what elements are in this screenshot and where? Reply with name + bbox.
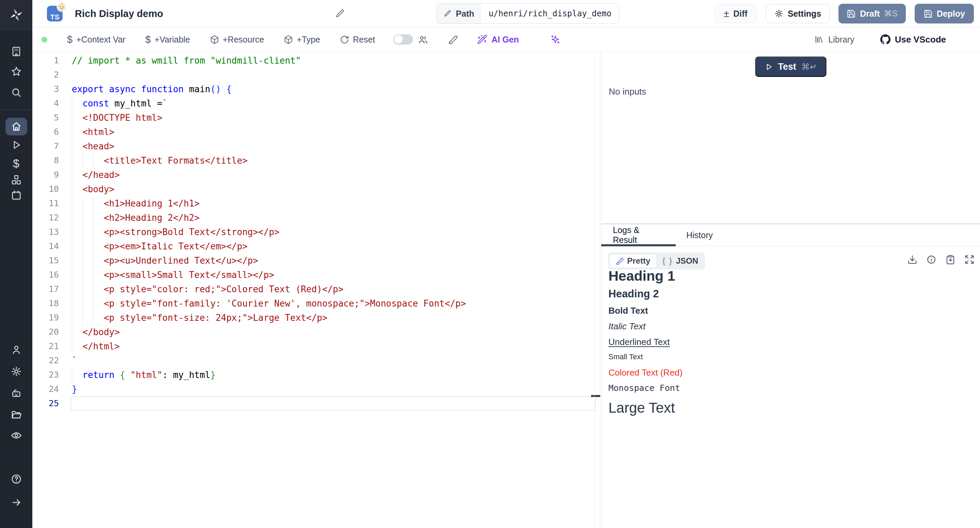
download-icon[interactable] bbox=[907, 254, 917, 265]
code-line[interactable]: 19 <p style="font-size: 24px;">Large Tex… bbox=[32, 311, 601, 325]
code-line[interactable]: 24} bbox=[32, 382, 601, 396]
code-line[interactable]: 14 <p><em>Italic Text</em></p> bbox=[32, 239, 601, 253]
info-icon[interactable] bbox=[926, 254, 937, 265]
help-icon[interactable] bbox=[11, 473, 22, 485]
workers-robot-icon[interactable] bbox=[11, 388, 22, 399]
code-line-content[interactable]: <title>Text Formats</title> bbox=[59, 153, 601, 168]
code-line-content[interactable]: <p><em>Italic Text</em></p> bbox=[59, 239, 601, 253]
format-brush-icon[interactable] bbox=[448, 35, 458, 45]
code-line-content[interactable]: // import * as wmill from "windmill-clie… bbox=[59, 53, 601, 68]
code-line[interactable]: 10 <body> bbox=[32, 182, 601, 196]
code-line-content[interactable]: <body> bbox=[59, 182, 601, 196]
no-inputs-label: No inputs bbox=[609, 86, 646, 97]
code-line[interactable]: 2 bbox=[32, 68, 601, 82]
folders-icon[interactable] bbox=[11, 409, 22, 420]
code-line[interactable]: 18 <p style="font-family: 'Courier New',… bbox=[32, 296, 601, 311]
result-bold-text: Bold Text bbox=[608, 305, 973, 316]
code-line-content[interactable]: <head> bbox=[59, 139, 601, 153]
code-line[interactable]: 12 <h2>Heading 2</h2> bbox=[32, 211, 601, 225]
expand-sidebar-arrow-icon[interactable] bbox=[11, 497, 22, 508]
indent-guide bbox=[82, 196, 83, 211]
code-line-content[interactable]: <p style="font-family: 'Courier New', mo… bbox=[59, 296, 601, 311]
code-line-content[interactable] bbox=[59, 396, 601, 410]
code-line-content[interactable]: <!DOCTYPE html> bbox=[59, 111, 601, 125]
variables-dollar-icon[interactable]: $ bbox=[13, 157, 19, 170]
windmill-logo[interactable] bbox=[0, 0, 32, 30]
json-view-option[interactable]: { } JSON bbox=[657, 254, 704, 268]
code-line-content[interactable]: return { "html": my_html} bbox=[59, 368, 601, 382]
code-line-content[interactable]: <p style="font-size: 24px;">Large Text</… bbox=[59, 311, 601, 325]
code-line[interactable]: 25 bbox=[32, 396, 601, 410]
code-line[interactable]: 9 </head> bbox=[32, 168, 601, 182]
ai-gen-button[interactable]: AI Gen bbox=[477, 34, 519, 45]
code-line-content[interactable]: export async function main() { bbox=[59, 82, 601, 96]
schedules-calendar-icon[interactable] bbox=[11, 189, 22, 201]
code-line-content[interactable]: ` bbox=[59, 353, 601, 368]
use-vscode-button[interactable]: Use VScode bbox=[880, 34, 946, 45]
code-line-content[interactable]: </html> bbox=[59, 339, 601, 353]
expand-fullscreen-icon[interactable] bbox=[964, 254, 975, 265]
code-line-content[interactable]: <p><u>Underlined Text</u></p> bbox=[59, 253, 601, 268]
code-line[interactable]: 17 <p style="color: red;">Colored Text (… bbox=[32, 282, 601, 296]
code-line[interactable]: 15 <p><u>Underlined Text</u></p> bbox=[32, 253, 601, 268]
code-line-content[interactable]: <p><small>Small Text</small></p> bbox=[59, 268, 601, 282]
search-icon[interactable] bbox=[11, 87, 22, 98]
braces-icon: { } bbox=[662, 256, 673, 266]
code-editor[interactable]: 1// import * as wmill from "windmill-cli… bbox=[32, 52, 601, 528]
code-line-content[interactable]: const my_html =` bbox=[59, 96, 601, 111]
add-context-var-button[interactable]: $ +Context Var bbox=[67, 35, 126, 45]
code-line[interactable]: 20 </body> bbox=[32, 325, 601, 339]
sparkles-icon[interactable] bbox=[550, 34, 560, 45]
code-line-content[interactable]: <html> bbox=[59, 125, 601, 139]
test-button[interactable]: Test ⌘↵ bbox=[755, 56, 826, 77]
library-button[interactable]: Library bbox=[814, 35, 854, 45]
code-line[interactable]: 7 <head> bbox=[32, 139, 601, 153]
runs-play-icon[interactable] bbox=[11, 140, 22, 150]
code-line-content[interactable]: </body> bbox=[59, 325, 601, 339]
indent-guide bbox=[72, 153, 72, 168]
code-line[interactable]: 3export async function main() { bbox=[32, 82, 601, 96]
settings-gear-icon[interactable] bbox=[11, 366, 22, 377]
diff-button[interactable]: ± Diff bbox=[714, 4, 757, 23]
code-line[interactable]: 4 const my_html =` bbox=[32, 96, 601, 111]
path-value[interactable]: u/henri/rich_display_demo bbox=[481, 4, 619, 24]
code-line-content[interactable]: </head> bbox=[59, 168, 601, 182]
add-resource-button[interactable]: +Resource bbox=[210, 35, 264, 45]
multiplayer-toggle[interactable] bbox=[393, 34, 413, 45]
settings-button[interactable]: Settings bbox=[765, 4, 830, 23]
code-line[interactable]: 11 <h1>Heading 1</h1> bbox=[32, 196, 601, 211]
code-line[interactable]: 6 <html> bbox=[32, 125, 601, 139]
code-line[interactable]: 8 <title>Text Formats</title> bbox=[32, 153, 601, 168]
code-line[interactable]: 1// import * as wmill from "windmill-cli… bbox=[32, 53, 601, 68]
path-field[interactable]: Path u/henri/rich_display_demo bbox=[436, 3, 619, 24]
workspace-icon[interactable] bbox=[11, 46, 22, 57]
reset-button[interactable]: Reset bbox=[340, 35, 375, 45]
resources-cubes-icon[interactable] bbox=[11, 174, 22, 186]
tab-logs-result[interactable]: Logs & Result bbox=[601, 224, 664, 246]
code-line[interactable]: 22` bbox=[32, 353, 601, 368]
code-line-content[interactable]: <p><strong>Bold Text</strong></p> bbox=[59, 225, 601, 239]
pretty-view-option[interactable]: Pretty bbox=[609, 254, 657, 268]
code-line[interactable]: 21 </html> bbox=[32, 339, 601, 353]
code-line[interactable]: 16 <p><small>Small Text</small></p> bbox=[32, 268, 601, 282]
code-line[interactable]: 23 return { "html": my_html} bbox=[32, 368, 601, 382]
code-line[interactable]: 13 <p><strong>Bold Text</strong></p> bbox=[32, 225, 601, 239]
code-line-content[interactable]: <p style="color: red;">Colored Text (Red… bbox=[59, 282, 601, 296]
sidebar-item-home-active[interactable] bbox=[5, 118, 27, 135]
code-line[interactable]: 5 <!DOCTYPE html> bbox=[32, 111, 601, 125]
deploy-button[interactable]: Deploy bbox=[915, 4, 974, 24]
code-line-content[interactable]: <h1>Heading 1</h1> bbox=[59, 196, 601, 211]
audit-logs-eye-icon[interactable] bbox=[11, 430, 22, 441]
code-line-content[interactable] bbox=[59, 68, 601, 82]
copy-to-clipboard-icon[interactable] bbox=[945, 254, 956, 265]
code-line-content[interactable]: } bbox=[59, 382, 601, 396]
tab-history[interactable]: History bbox=[686, 230, 713, 240]
edit-title-pencil-icon[interactable] bbox=[335, 8, 345, 19]
draft-button[interactable]: Draft ⌘S bbox=[838, 4, 905, 24]
favorites-star-icon[interactable] bbox=[11, 66, 22, 77]
add-type-button[interactable]: +Type bbox=[284, 35, 320, 45]
library-icon bbox=[814, 35, 824, 44]
add-variable-button[interactable]: $ +Variable bbox=[145, 35, 190, 45]
users-person-icon[interactable] bbox=[11, 344, 22, 356]
code-line-content[interactable]: <h2>Heading 2</h2> bbox=[59, 211, 601, 225]
